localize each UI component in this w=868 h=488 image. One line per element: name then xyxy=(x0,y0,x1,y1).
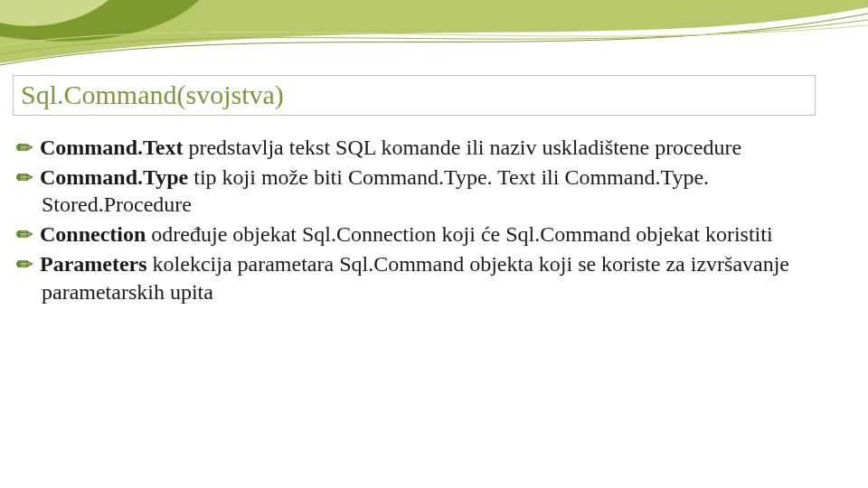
list-item: ✏Parameters kolekcija parametara Sql.Com… xyxy=(16,250,846,305)
desc: određuje objekat Sql.Connection koji će … xyxy=(146,222,772,246)
bullet-icon: ✏ xyxy=(16,165,40,191)
slide-body: ✏Command.Text predstavlja tekst SQL koma… xyxy=(16,134,846,307)
list-item: ✏Command.Text predstavlja tekst SQL koma… xyxy=(16,134,846,162)
list-item: ✏Connection određuje objekat Sql.Connect… xyxy=(16,221,846,249)
list-item: ✏Command.Type tip koji može biti Command… xyxy=(16,164,846,219)
bullet-icon: ✏ xyxy=(16,222,40,248)
term: Command.Type xyxy=(40,165,188,189)
decorative-banner xyxy=(0,0,868,81)
bullet-icon: ✏ xyxy=(16,252,40,277)
desc: kolekcija parametara Sql.Command objekta… xyxy=(42,252,789,304)
term: Connection xyxy=(40,222,146,246)
slide-title: Sql.Command(svojstva) xyxy=(21,80,284,109)
term: Parameters xyxy=(40,252,147,276)
term: Command.Text xyxy=(40,136,183,159)
desc: predstavlja tekst SQL komande ili naziv … xyxy=(183,136,741,159)
slide-title-box: Sql.Command(svojstva) xyxy=(13,75,816,116)
bullet-icon: ✏ xyxy=(16,136,40,161)
